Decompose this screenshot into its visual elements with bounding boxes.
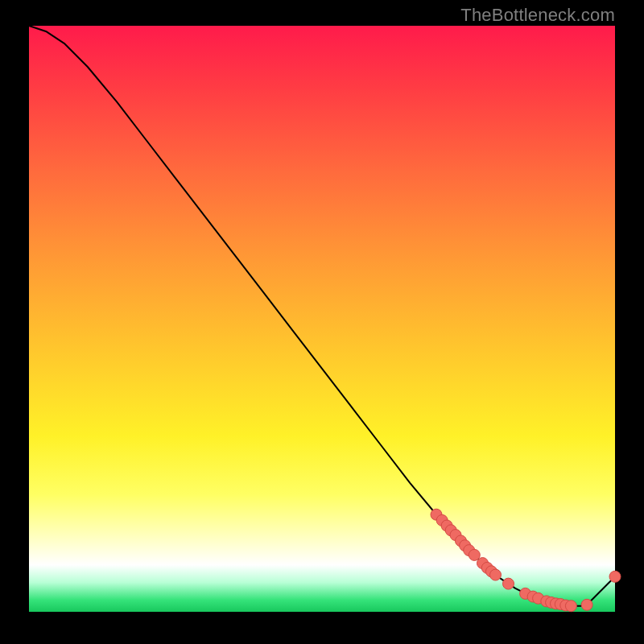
plot-area <box>29 26 615 612</box>
chart-stage: TheBottleneck.com <box>0 0 644 644</box>
marker-group <box>431 509 621 612</box>
data-marker <box>565 601 576 612</box>
chart-svg <box>29 26 615 612</box>
data-marker <box>609 571 621 582</box>
attribution-text: TheBottleneck.com <box>460 5 615 26</box>
data-marker <box>503 578 514 589</box>
data-marker <box>581 599 592 610</box>
bottleneck-curve <box>29 26 615 606</box>
data-marker <box>490 569 502 580</box>
